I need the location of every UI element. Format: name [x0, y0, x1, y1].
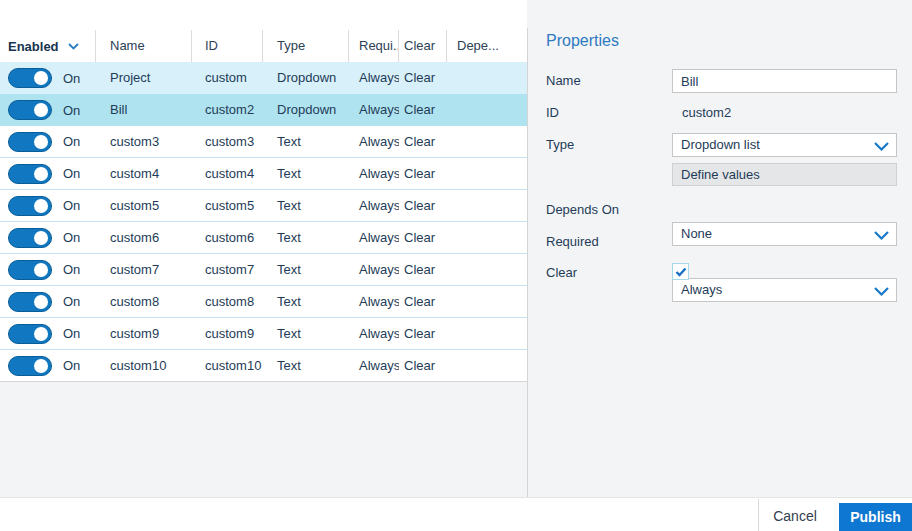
type-cell: Text	[263, 286, 349, 317]
name-label: Name	[546, 73, 581, 88]
column-header-enabled[interactable]: Enabled	[0, 30, 96, 62]
enabled-toggle[interactable]	[8, 164, 52, 184]
custom-fields-settings-page: Enabled Name ID Type Requi... Clear Depe…	[0, 0, 912, 531]
table-row[interactable]: On custom7 custom7 Text Always Clear	[0, 254, 527, 286]
depends-on-cell	[447, 126, 527, 157]
toggle-knob-icon	[34, 295, 48, 309]
column-header-depends-on: Depe...	[447, 30, 527, 62]
custom-fields-table: Enabled Name ID Type Requi... Clear Depe…	[0, 0, 527, 382]
footer-bar: Cancel Publish	[0, 497, 912, 531]
name-cell: custom7	[96, 254, 192, 285]
chevron-down-icon	[874, 287, 889, 296]
table-row[interactable]: On custom3 custom3 Text Always Clear	[0, 126, 527, 158]
name-cell: custom4	[96, 158, 192, 189]
id-cell: custom4	[192, 158, 263, 189]
toggle-knob-icon	[34, 71, 48, 85]
toggle-state-label: On	[63, 222, 80, 253]
table-row[interactable]: On custom5 custom5 Text Always Clear	[0, 190, 527, 222]
clear-cell: Clear	[399, 62, 447, 94]
id-cell: custom9	[192, 318, 263, 349]
enabled-cell: On	[0, 158, 96, 189]
footer-divider	[758, 499, 759, 531]
depends-on-cell	[447, 222, 527, 253]
enabled-cell: On	[0, 222, 96, 253]
required-cell: Always	[349, 62, 399, 94]
id-cell: custom10	[192, 350, 263, 381]
publish-button[interactable]: Publish	[839, 503, 912, 531]
depends-on-cell	[447, 190, 527, 221]
toggle-knob-icon	[34, 327, 48, 341]
table-row[interactable]: On Bill custom2 Dropdown Always Clear	[0, 94, 527, 126]
depends-on-label: Depends On	[546, 202, 619, 217]
name-cell: custom5	[96, 190, 192, 221]
clear-cell: Clear	[399, 286, 447, 317]
enabled-toggle[interactable]	[8, 260, 52, 280]
type-cell: Dropdown	[263, 94, 349, 126]
toggle-knob-icon	[34, 103, 48, 117]
required-cell: Always	[349, 254, 399, 285]
column-header-enabled-label: Enabled	[8, 31, 59, 62]
enabled-cell: On	[0, 62, 96, 94]
id-cell: custom2	[192, 94, 263, 126]
table-row[interactable]: On custom10 custom10 Text Always Clear	[0, 350, 527, 382]
enabled-toggle[interactable]	[8, 100, 52, 120]
required-label: Required	[546, 234, 599, 249]
table-row[interactable]: On Project custom Dropdown Always Clear	[0, 62, 527, 94]
table-row[interactable]: On custom8 custom8 Text Always Clear	[0, 286, 527, 318]
cancel-button[interactable]: Cancel	[763, 504, 827, 529]
depends-on-dropdown[interactable]: None	[672, 222, 897, 246]
toggle-state-label: On	[63, 190, 80, 221]
required-cell: Always	[349, 350, 399, 381]
enabled-toggle[interactable]	[8, 196, 52, 216]
type-cell: Text	[263, 190, 349, 221]
type-dropdown[interactable]: Dropdown list	[672, 133, 897, 157]
enabled-toggle[interactable]	[8, 68, 52, 88]
properties-panel: Properties Name ID custom2 Type Dropdown…	[528, 0, 912, 497]
type-cell: Text	[263, 254, 349, 285]
type-cell: Text	[263, 222, 349, 253]
chevron-down-icon	[874, 142, 889, 151]
clear-checkbox[interactable]	[672, 263, 689, 280]
clear-cell: Clear	[399, 254, 447, 285]
enabled-toggle[interactable]	[8, 132, 52, 152]
enabled-toggle[interactable]	[8, 324, 52, 344]
enabled-toggle[interactable]	[8, 228, 52, 248]
toggle-knob-icon	[34, 167, 48, 181]
table-row[interactable]: On custom9 custom9 Text Always Clear	[0, 318, 527, 350]
column-header-clear: Clear	[399, 30, 447, 62]
depends-on-cell	[447, 94, 527, 126]
id-cell: custom	[192, 62, 263, 94]
type-cell: Text	[263, 318, 349, 349]
depends-on-cell	[447, 62, 527, 94]
depends-on-cell	[447, 318, 527, 349]
id-cell: custom8	[192, 286, 263, 317]
depends-on-cell	[447, 350, 527, 381]
required-cell: Always	[349, 190, 399, 221]
type-cell: Text	[263, 350, 349, 381]
enabled-cell: On	[0, 126, 96, 157]
name-input[interactable]	[672, 69, 897, 93]
checkmark-icon	[675, 267, 687, 277]
id-cell: custom5	[192, 190, 263, 221]
toggle-state-label: On	[63, 318, 80, 349]
clear-cell: Clear	[399, 318, 447, 349]
column-header-name: Name	[96, 30, 192, 62]
toggle-knob-icon	[34, 359, 48, 373]
column-header-required: Requi...	[349, 30, 399, 62]
clear-cell: Clear	[399, 222, 447, 253]
enabled-cell: On	[0, 94, 96, 126]
required-dropdown[interactable]: Always	[672, 278, 897, 302]
table-row[interactable]: On custom6 custom6 Text Always Clear	[0, 222, 527, 254]
enabled-toggle[interactable]	[8, 356, 52, 376]
enabled-cell: On	[0, 318, 96, 349]
clear-cell: Clear	[399, 126, 447, 157]
id-label: ID	[546, 105, 559, 120]
required-cell: Always	[349, 222, 399, 253]
clear-cell: Clear	[399, 94, 447, 126]
table-row[interactable]: On custom4 custom4 Text Always Clear	[0, 158, 527, 190]
define-values-button[interactable]: Define values	[672, 163, 897, 186]
toggle-state-label: On	[63, 95, 80, 126]
depends-on-dropdown-value: None	[681, 226, 712, 241]
required-cell: Always	[349, 126, 399, 157]
enabled-toggle[interactable]	[8, 292, 52, 312]
